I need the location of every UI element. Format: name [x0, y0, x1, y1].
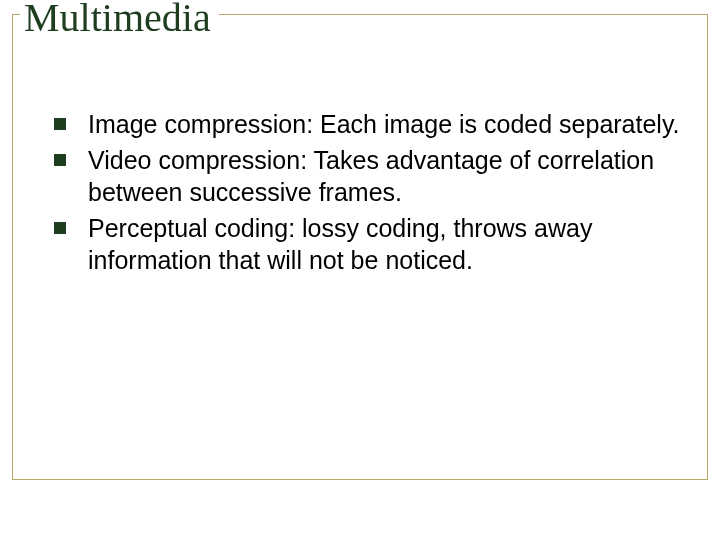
bullet-text: Perceptual coding: lossy coding, throws … [88, 212, 680, 276]
square-bullet-icon [54, 222, 66, 234]
square-bullet-icon [54, 118, 66, 130]
slide-title: Multimedia [24, 0, 211, 40]
bullet-text: Image compression: Each image is coded s… [88, 108, 680, 140]
bullet-text: Video compression: Takes advantage of co… [88, 144, 680, 208]
square-bullet-icon [54, 154, 66, 166]
list-item: Perceptual coding: lossy coding, throws … [54, 212, 680, 276]
slide-body: Image compression: Each image is coded s… [54, 108, 680, 280]
list-item: Image compression: Each image is coded s… [54, 108, 680, 140]
list-item: Video compression: Takes advantage of co… [54, 144, 680, 208]
title-container: Multimedia [20, 0, 219, 40]
slide: Multimedia Image compression: Each image… [0, 0, 720, 540]
